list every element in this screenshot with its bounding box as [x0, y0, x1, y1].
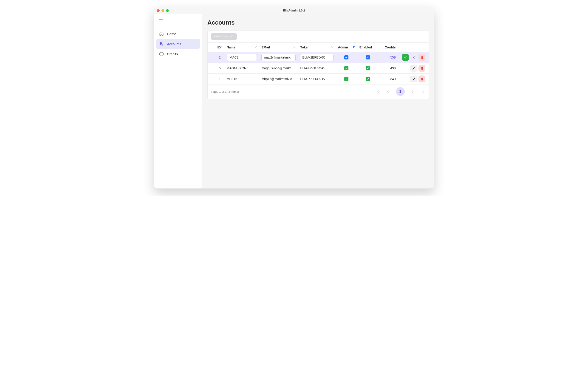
id-cell: 1: [208, 74, 224, 85]
token-cell: ELIA-D4687-CA5...: [300, 66, 333, 70]
token-cell: ELIA-779D3-6D5...: [300, 77, 333, 81]
pager-info: Page 1 of 1 (3 items): [211, 90, 239, 94]
sidebar-item-label: Accounts: [167, 42, 181, 46]
edit-row-button[interactable]: [410, 65, 417, 72]
filter-icon[interactable]: [219, 46, 222, 49]
pager-nav: 1: [376, 87, 425, 96]
token-input[interactable]: [300, 54, 333, 61]
accounts-table: ID Name EMail: [208, 43, 428, 85]
app-window: EliaAdmin 1.0.2 Home Accounts Credits: [154, 7, 434, 189]
filter-icon[interactable]: [293, 46, 296, 49]
sidebar: Home Accounts Credits: [154, 14, 202, 189]
table-row[interactable]: 2 558: [208, 52, 428, 63]
minimize-window-button[interactable]: [161, 9, 164, 12]
pager-current-page[interactable]: 1: [396, 87, 405, 96]
main-content: Accounts NEW ACCOUNT ID Name: [202, 14, 434, 189]
sidebar-divider: [158, 60, 199, 60]
table-header-row: ID Name EMail: [208, 43, 428, 52]
sidebar-item-label: Home: [167, 32, 176, 36]
pager-first-button[interactable]: [376, 90, 380, 94]
home-icon: [159, 31, 164, 36]
accounts-icon: [159, 42, 164, 46]
name-input[interactable]: [227, 54, 257, 61]
delete-row-button[interactable]: [419, 54, 425, 61]
column-header-id[interactable]: ID: [208, 43, 224, 52]
column-header-email[interactable]: EMail: [259, 43, 298, 52]
filter-icon[interactable]: [331, 46, 334, 49]
window-controls: [157, 9, 169, 12]
column-header-name[interactable]: Name: [224, 43, 259, 52]
pager-last-button[interactable]: [421, 90, 425, 94]
checkmark-icon[interactable]: [344, 55, 348, 59]
checkmark-icon: [366, 77, 370, 81]
checkmark-icon: [344, 66, 348, 70]
cancel-row-button[interactable]: [410, 54, 417, 61]
column-header-actions: [399, 43, 428, 52]
id-cell: 2: [208, 52, 224, 63]
table-row[interactable]: 6 MAGNUS ONE magnus-one@marke... ELIA-D4…: [208, 63, 428, 74]
svg-point-0: [160, 43, 162, 44]
checkmark-icon: [366, 66, 370, 70]
id-cell: 6: [208, 63, 224, 74]
sidebar-item-credits[interactable]: Credits: [156, 49, 200, 59]
sidebar-item-label: Credits: [167, 52, 178, 56]
table-row[interactable]: 1 MBP16 mbp16@marketmix.c... ELIA-779D3-…: [208, 74, 428, 85]
edit-row-button[interactable]: [410, 76, 417, 82]
credits-icon: [159, 52, 164, 56]
accounts-panel: NEW ACCOUNT ID Name: [208, 30, 429, 99]
email-input[interactable]: [261, 54, 296, 61]
panel-toolbar: NEW ACCOUNT: [208, 31, 428, 43]
credits-cell: 499: [379, 63, 399, 74]
save-row-button[interactable]: [402, 54, 409, 61]
delete-row-button[interactable]: [419, 65, 425, 72]
column-header-token[interactable]: Token: [298, 43, 336, 52]
close-window-button[interactable]: [157, 9, 160, 12]
filter-icon[interactable]: [254, 46, 257, 49]
name-cell: MBP16: [227, 77, 257, 81]
email-cell: mbp16@marketmix.c...: [261, 77, 296, 81]
credits-cell: 349: [379, 74, 399, 85]
delete-row-button[interactable]: [419, 76, 425, 82]
checkmark-icon: [344, 77, 348, 81]
checkmark-icon[interactable]: [366, 55, 370, 59]
sidebar-item-home[interactable]: Home: [156, 29, 200, 39]
pager: Page 1 of 1 (3 items) 1: [208, 85, 428, 99]
new-account-button[interactable]: NEW ACCOUNT: [211, 33, 237, 40]
email-cell: magnus-one@marke...: [261, 66, 296, 70]
titlebar: EliaAdmin 1.0.2: [154, 7, 434, 14]
window-title: EliaAdmin 1.0.2: [154, 9, 434, 12]
zoom-window-button[interactable]: [166, 9, 169, 12]
column-header-enabled[interactable]: Enabled: [357, 43, 379, 52]
svg-point-1: [160, 52, 162, 55]
column-header-admin[interactable]: Admin: [336, 43, 357, 52]
credits-cell: 558: [379, 52, 399, 63]
sidebar-item-accounts[interactable]: Accounts: [156, 39, 200, 49]
filter-icon[interactable]: [352, 46, 355, 49]
page-title: Accounts: [208, 19, 429, 26]
pager-prev-button[interactable]: [386, 90, 390, 94]
pager-next-button[interactable]: [411, 90, 415, 94]
menu-toggle-button[interactable]: [159, 19, 202, 24]
hamburger-icon: [159, 19, 163, 23]
nav: Home Accounts Credits: [154, 29, 202, 60]
name-cell: MAGNUS ONE: [227, 66, 257, 70]
column-header-credits[interactable]: Credits: [379, 43, 399, 52]
